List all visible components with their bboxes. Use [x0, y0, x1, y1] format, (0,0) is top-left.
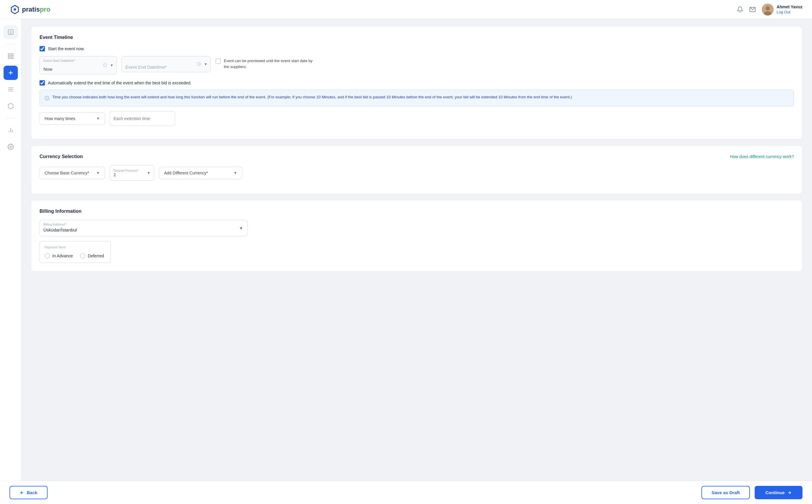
deferred-label: Deferred — [88, 253, 104, 258]
datetime-row: Event Start Datetime* Now ⓘ ▼ Event End … — [40, 56, 794, 74]
decimal-precision-value: 2 — [114, 172, 143, 177]
avatar-image — [762, 4, 774, 15]
plus-icon — [7, 70, 14, 76]
add-currency-select[interactable]: Add Different Currency* ▼ — [159, 167, 242, 179]
billing-address-arrow-icon: ▼ — [239, 226, 243, 231]
billing-address-label: Billing Address* — [43, 223, 235, 226]
start-now-row: Start the event now. — [40, 46, 794, 51]
auto-extend-label: Automatically extend the end time of the… — [48, 81, 191, 85]
billing-address-field[interactable]: Billing Address* Üsküdar/İstanbul ▼ — [40, 220, 248, 236]
currency-header: Currency Selection How does different cu… — [40, 154, 794, 159]
payment-term-radio-row: In Advance Deferred — [45, 253, 106, 259]
back-arrow-icon — [20, 490, 24, 495]
base-currency-arrow-icon: ▼ — [96, 171, 100, 175]
auto-extend-checkbox[interactable] — [40, 80, 45, 86]
chart-icon — [7, 127, 14, 133]
deferred-radio[interactable] — [80, 253, 85, 259]
mail-icon — [749, 6, 756, 13]
sidebar-item-building[interactable] — [4, 25, 18, 39]
decimal-precision-select[interactable]: Decimal Precision* 2 ▼ — [110, 165, 154, 181]
cube-icon — [7, 103, 14, 109]
sidebar-item-grid[interactable] — [4, 49, 18, 63]
in-advance-label: In Advance — [52, 253, 73, 258]
decimal-precision-arrow-icon: ▼ — [147, 171, 150, 175]
in-advance-option[interactable]: In Advance — [45, 253, 73, 259]
sidebar — [0, 19, 21, 504]
billing-address-value: Üsküdar/İstanbul — [43, 227, 235, 232]
grid-icon — [7, 53, 14, 59]
sidebar-item-settings[interactable] — [4, 140, 18, 154]
end-datetime-info-icon: ⓘ — [197, 62, 201, 67]
currency-selection-card: Currency Selection How does different cu… — [31, 145, 802, 194]
end-datetime-display[interactable]: Event End Datetime* ⓘ ▼ — [122, 56, 211, 72]
payment-term-label: Payment Term — [45, 245, 106, 249]
payment-term-box: Payment Term In Advance Deferred — [40, 241, 111, 263]
billing-title: Billing Information — [40, 209, 794, 214]
auto-extend-info-box: ⓘ Time you choose indicates both how lon… — [40, 90, 794, 106]
sidebar-item-create[interactable] — [4, 66, 18, 80]
extension-row: How many times ▼ — [40, 111, 794, 126]
how-many-times-field: How many times ▼ — [40, 112, 105, 125]
logo-icon — [10, 4, 20, 15]
svg-rect-5 — [8, 30, 13, 35]
start-datetime-display[interactable]: Event Start Datetime* Now ⓘ ▼ — [40, 56, 117, 74]
back-button[interactable]: Back — [10, 486, 48, 499]
user-details: Ahmet Yavuz Log Out — [777, 4, 802, 15]
back-label: Back — [27, 490, 37, 495]
deferred-option[interactable]: Deferred — [80, 253, 104, 259]
notification-button[interactable] — [737, 6, 743, 13]
logout-link[interactable]: Log Out — [777, 10, 790, 14]
app-body: Event Timeline Start the event now. Even… — [0, 19, 812, 504]
svg-rect-8 — [8, 57, 10, 59]
event-timeline-card: Event Timeline Start the event now. Even… — [31, 26, 802, 139]
base-currency-select[interactable]: Choose Base Currency* ▼ — [40, 167, 105, 179]
preview-checkbox-row: Event can be previewed until the event s… — [215, 58, 313, 70]
info-box-text: Time you choose indicates both how long … — [52, 94, 572, 102]
add-currency-field: Add Different Currency* ▼ — [159, 167, 242, 179]
sidebar-item-cube[interactable] — [4, 99, 18, 113]
each-extension-input[interactable] — [110, 111, 175, 126]
decimal-precision-field: Decimal Precision* 2 ▼ — [110, 165, 154, 181]
event-timeline-title: Event Timeline — [40, 35, 794, 40]
sidebar-item-chart[interactable] — [4, 123, 18, 137]
svg-point-3 — [766, 6, 770, 10]
add-currency-label: Add Different Currency* — [164, 171, 208, 175]
mail-button[interactable] — [749, 6, 756, 13]
svg-point-0 — [14, 8, 16, 11]
footer-right: Save as Draft Continue — [701, 486, 802, 499]
currency-help-link[interactable]: How does different currency work? — [730, 154, 794, 159]
avatar — [762, 4, 774, 15]
header-right: Ahmet Yavuz Log Out — [737, 4, 802, 15]
start-datetime-label: Event Start Datetime* — [43, 59, 75, 62]
svg-rect-6 — [8, 54, 10, 56]
sidebar-item-lines[interactable] — [4, 82, 18, 97]
base-currency-label: Choose Base Currency* — [45, 171, 89, 175]
how-many-times-select[interactable]: How many times ▼ — [40, 112, 105, 125]
end-datetime-label: Event End Datetime* — [125, 64, 167, 70]
svg-point-18 — [10, 146, 12, 148]
start-datetime-arrow-icon: ▼ — [110, 63, 114, 67]
preview-label: Event can be previewed until the event s… — [224, 58, 313, 70]
sidebar-divider-mid — [6, 118, 15, 118]
auto-extend-row: Automatically extend the end time of the… — [40, 80, 794, 86]
start-datetime-info-icon: ⓘ — [103, 63, 107, 68]
svg-rect-9 — [11, 57, 13, 59]
base-currency-field: Choose Base Currency* ▼ — [40, 167, 105, 179]
sidebar-divider-top — [6, 44, 15, 44]
start-now-checkbox[interactable] — [40, 46, 45, 51]
continue-label: Continue — [765, 490, 785, 495]
bell-icon — [737, 6, 743, 13]
save-draft-button[interactable]: Save as Draft — [701, 486, 750, 499]
preview-checkbox[interactable] — [215, 59, 221, 64]
svg-rect-7 — [11, 54, 13, 56]
user-name: Ahmet Yavuz — [777, 4, 802, 9]
in-advance-radio[interactable] — [45, 253, 50, 259]
logo-text: pratispro — [22, 6, 50, 13]
start-now-label: Start the event now. — [48, 46, 85, 51]
decimal-precision-label: Decimal Precision* — [114, 169, 143, 172]
continue-arrow-icon — [787, 490, 792, 495]
each-extension-field — [110, 111, 175, 126]
gear-icon — [7, 144, 14, 150]
footer: Back Save as Draft Continue — [0, 481, 812, 504]
continue-button[interactable]: Continue — [755, 486, 802, 499]
